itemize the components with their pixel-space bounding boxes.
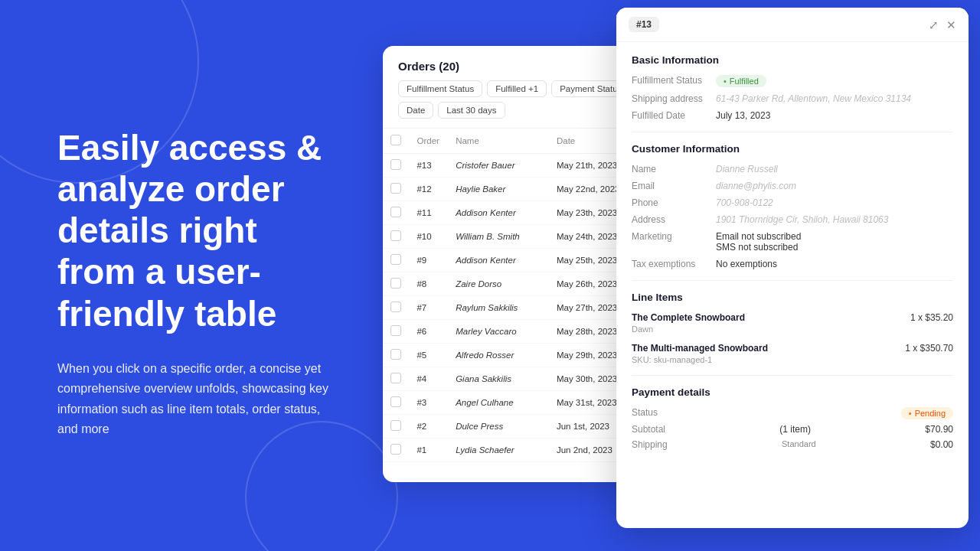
- subtotal-row: Subtotal (1 item) $70.90: [632, 424, 953, 435]
- shipping-value: $0.00: [930, 439, 953, 450]
- customer-name-label: Name: [632, 164, 716, 174]
- row-order: #10: [409, 225, 448, 249]
- subtotal-label-text: Subtotal: [632, 424, 665, 435]
- row-checkbox[interactable]: [390, 159, 401, 170]
- fulfillment-status-value: Fulfilled: [716, 75, 953, 87]
- row-name: Lydia Schaefer: [448, 439, 549, 462]
- row-check[interactable]: [383, 415, 409, 439]
- customer-address-label: Address: [632, 214, 716, 225]
- line-item-name: The Complete Snowboard: [632, 312, 745, 323]
- row-order: #11: [409, 201, 448, 225]
- payment-status-label: Status: [632, 407, 658, 419]
- row-order: #6: [409, 320, 448, 344]
- subtotal-qty: (1 item): [779, 424, 811, 435]
- row-name: Angel Culhane: [448, 391, 549, 415]
- row-check[interactable]: [383, 391, 409, 415]
- fulfilled-date-value: July 13, 2023: [716, 110, 953, 121]
- divider-3: [632, 375, 953, 376]
- row-check[interactable]: [383, 201, 409, 225]
- filter-button-date[interactable]: Date: [398, 102, 433, 119]
- marketing-value: Email not subscribed SMS not subscribed: [716, 231, 953, 253]
- row-check[interactable]: [383, 367, 409, 391]
- customer-phone-value: 700-908-0122: [716, 197, 953, 208]
- detail-body: Basic Information Fulfillment Status Ful…: [616, 42, 969, 467]
- detail-header-icons: ⤢ ✕: [929, 19, 956, 31]
- customer-info-title: Customer Information: [632, 143, 953, 155]
- filter-button-fulfillment-status[interactable]: Fulfillment Status: [398, 80, 482, 97]
- marketing-row: Marketing Email not subscribed SMS not s…: [632, 231, 953, 253]
- row-check[interactable]: [383, 272, 409, 296]
- row-order: #1: [409, 439, 448, 462]
- shipping-address-label: Shipping address: [632, 93, 716, 104]
- shipping-address-row: Shipping address 61-43 Parker Rd, Allent…: [632, 93, 953, 104]
- row-name: Giana Sakkilis: [448, 367, 549, 391]
- detail-order-id: #13: [629, 17, 659, 32]
- row-check[interactable]: [383, 225, 409, 249]
- row-order: #3: [409, 391, 448, 415]
- row-check[interactable]: [383, 154, 409, 178]
- row-check[interactable]: [383, 178, 409, 201]
- fulfilled-badge: Fulfilled: [716, 75, 766, 87]
- subtotal-qty-text: (1 item): [779, 424, 811, 435]
- shipping-row: Shipping Standard $0.00: [632, 439, 953, 450]
- line-item: The Complete Snowboard Dawn 1 x $35.20: [632, 312, 953, 334]
- row-order: #7: [409, 296, 448, 320]
- row-checkbox[interactable]: [390, 396, 401, 407]
- customer-email-row: Email dianne@phylis.com: [632, 181, 953, 191]
- row-order: #12: [409, 178, 448, 201]
- fulfillment-status-label: Fulfillment Status: [632, 75, 716, 87]
- row-checkbox[interactable]: [390, 373, 401, 383]
- subtotal-value: $70.90: [925, 424, 953, 435]
- row-checkbox[interactable]: [390, 230, 401, 241]
- pending-badge: Pending: [901, 407, 953, 419]
- customer-name-value: Dianne Russell: [716, 164, 953, 174]
- line-item-info: The Multi-managed Snowboard SKU: sku-man…: [632, 343, 768, 364]
- row-name: Addison Kenter: [448, 249, 549, 272]
- row-check[interactable]: [383, 320, 409, 344]
- shipping-address-value: 61-43 Parker Rd, Allentown, New Mexico 3…: [716, 93, 953, 104]
- row-name: Cristofer Bauer: [448, 154, 549, 178]
- basic-info-title: Basic Information: [632, 54, 953, 66]
- row-name: Raylum Sakkilis: [448, 296, 549, 320]
- fulfilled-date-label: Fulfilled Date: [632, 110, 716, 121]
- row-checkbox[interactable]: [390, 183, 401, 194]
- line-item-sub: Dawn: [632, 324, 745, 334]
- line-item-price: 1 x $350.70: [905, 343, 953, 354]
- row-name: Dulce Press: [448, 415, 549, 439]
- row-checkbox[interactable]: [390, 349, 401, 360]
- row-order: #9: [409, 249, 448, 272]
- row-check[interactable]: [383, 249, 409, 272]
- hero-section: Easily access & analyze order details ri…: [0, 0, 375, 551]
- line-item-name: The Multi-managed Snowboard: [632, 343, 768, 354]
- row-checkbox[interactable]: [390, 278, 401, 289]
- filter-button-fulfilled-+1[interactable]: Fulfilled +1: [487, 80, 547, 97]
- row-checkbox[interactable]: [390, 325, 401, 336]
- line-items-list: The Complete Snowboard Dawn 1 x $35.20 T…: [632, 312, 953, 364]
- row-checkbox[interactable]: [390, 302, 401, 312]
- filter-button-last-30-days[interactable]: Last 30 days: [438, 102, 505, 119]
- divider-2: [632, 280, 953, 281]
- row-checkbox[interactable]: [390, 444, 401, 455]
- content-section: Orders (20) Fulfillment StatusFulfilled …: [375, 0, 980, 551]
- customer-name-row: Name Dianne Russell: [632, 164, 953, 174]
- row-check[interactable]: [383, 296, 409, 320]
- marketing-email: Email not subscribed: [716, 231, 953, 242]
- fulfillment-status-row: Fulfillment Status Fulfilled: [632, 75, 953, 87]
- header-checkbox[interactable]: [390, 135, 401, 145]
- detail-panel[interactable]: #13 ⤢ ✕ Basic Information Fulfillment St…: [616, 8, 969, 528]
- row-checkbox[interactable]: [390, 420, 401, 431]
- row-order: #13: [409, 154, 448, 178]
- row-name: Zaire Dorso: [448, 272, 549, 296]
- line-items-title: Line Items: [632, 292, 953, 303]
- customer-email-value: dianne@phylis.com: [716, 181, 953, 191]
- close-icon[interactable]: ✕: [946, 19, 956, 31]
- row-name: Marley Vaccaro: [448, 320, 549, 344]
- row-order: #2: [409, 415, 448, 439]
- shipping-label-text: Shipping: [632, 439, 668, 450]
- expand-icon[interactable]: ⤢: [929, 19, 939, 31]
- row-checkbox[interactable]: [390, 254, 401, 265]
- row-check[interactable]: [383, 439, 409, 462]
- row-check[interactable]: [383, 344, 409, 367]
- row-checkbox[interactable]: [390, 207, 401, 217]
- col-header-name: Name: [448, 129, 549, 154]
